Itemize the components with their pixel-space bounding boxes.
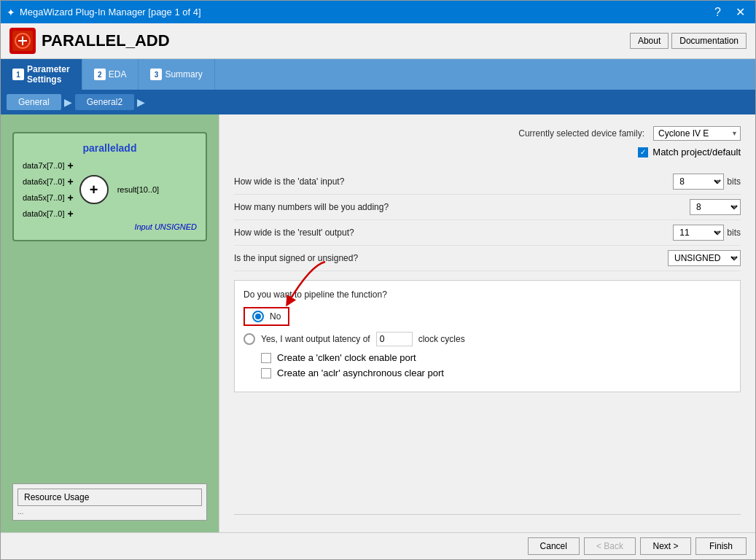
port-data6-plus: + (68, 176, 74, 187)
sub-tab-general2-label: General2 (87, 97, 122, 107)
data-width-select[interactable]: 8 (673, 174, 724, 190)
port-data7: data7x[7..0] + (23, 160, 74, 171)
port-data7-label: data7x[7..0] (23, 161, 65, 170)
resource-dots: ... (17, 508, 202, 516)
clken-checkbox[interactable] (261, 353, 271, 363)
device-family-select-wrapper: Cyclone IV E (653, 126, 741, 141)
q1-select-wrapper: 8 (673, 174, 724, 190)
port-data6: data6x[7..0] + (23, 176, 74, 187)
window-title: MegaWizard Plug-In Manager [page 1 of 4] (20, 7, 201, 18)
app-icon: ✦ (7, 7, 15, 18)
num-adding-select[interactable]: 8 (690, 199, 741, 215)
port-data5-label: data5x[7..0] (23, 193, 65, 202)
pipeline-question-label: Do you want to pipeline the function? (243, 289, 731, 300)
q2-answer-wrapper: 8 (690, 199, 741, 215)
back-button[interactable]: < Back (584, 537, 636, 555)
question-data-width: How wide is the 'data' input? 8 bits (234, 169, 741, 195)
sub-tab-general[interactable]: General (7, 94, 61, 110)
separator (234, 514, 741, 515)
match-project-label: Match project/default (652, 147, 741, 158)
sub-tab-general2[interactable]: General2 (75, 94, 134, 110)
sub-tab-general-label: General (18, 97, 50, 107)
help-button[interactable]: ? (710, 4, 725, 20)
sub-tab-arrow-2: ▶ (137, 96, 145, 108)
sub-tab-arrow-1: ▶ (64, 96, 72, 108)
title-bar-controls: ? ✕ (710, 4, 749, 20)
latency-input[interactable] (376, 332, 413, 346)
clken-label: Create a 'clken' clock enable port (277, 352, 416, 363)
port-data0-plus: + (68, 208, 74, 219)
device-family-row: Currently selected device family: Cyclon… (234, 126, 741, 141)
match-project-checkbox[interactable]: ✓ (638, 147, 648, 158)
port-data7-plus: + (68, 160, 74, 171)
q4-answer-wrapper: UNSIGNED SIGNED (668, 250, 741, 266)
sub-tabs-bar: General ▶ General2 ▶ (1, 90, 755, 114)
component-diagram: paralleladd data7x[7..0] + data6x[7..0] … (12, 132, 207, 241)
finish-button[interactable]: Finish (695, 537, 747, 555)
next-button[interactable]: Next > (640, 537, 691, 555)
match-project-row: ✓ Match project/default (234, 147, 741, 158)
documentation-button[interactable]: Documentation (671, 33, 747, 49)
tab-3-number: 3 (150, 69, 162, 80)
port-data0-label: data0x[7..0] (23, 209, 65, 218)
question-data-width-label: How wide is the 'data' input? (234, 176, 344, 187)
port-data5-plus: + (68, 192, 74, 203)
clken-row: Create a 'clken' clock enable port (261, 352, 731, 363)
result-width-select[interactable]: 11 (673, 225, 724, 241)
app-title-text: PARALLEL_ADD (42, 31, 170, 50)
app-logo (9, 28, 36, 54)
pipeline-no-radio[interactable] (252, 311, 264, 322)
tab-2-number: 2 (94, 69, 106, 80)
close-button[interactable]: ✕ (731, 4, 749, 20)
pipeline-no-radio-inner (255, 314, 261, 319)
pipeline-no-highlight: No (243, 307, 289, 326)
about-button[interactable]: About (630, 33, 669, 49)
pipeline-no-row: No (243, 307, 731, 326)
title-bar: ✦ MegaWizard Plug-In Manager [page 1 of … (1, 1, 755, 23)
tab-eda[interactable]: 2 EDA (82, 59, 139, 90)
pipeline-yes-label: Yes, I want output latency of (261, 334, 370, 344)
tab-summary[interactable]: 3 Summary (139, 59, 214, 90)
bottom-bar: Cancel < Back Next > Finish (1, 532, 755, 559)
tab-1-number: 1 (12, 69, 24, 80)
aclr-row: Create an 'aclr' asynchronous clear port (261, 368, 731, 378)
tab-2-label: EDA (109, 69, 127, 79)
input-unsigned-label: Input UNSIGNED (23, 222, 197, 231)
port-data0: data0x[7..0] + (23, 208, 74, 219)
component-title: paralleladd (23, 142, 197, 154)
resource-usage-button[interactable]: Resource Usage (17, 489, 202, 506)
tab-parameter-settings[interactable]: 1 ParameterSettings (1, 59, 82, 90)
pipeline-container: Do you want to pipeline the function? No (234, 280, 741, 392)
question-signed-label: Is the input signed or unsigned? (234, 253, 358, 263)
port-data5: data5x[7..0] + (23, 192, 74, 203)
header-bar: PARALLEL_ADD About Documentation (1, 23, 755, 59)
port-result: result[10..0] (117, 185, 159, 194)
questions-section: How wide is the 'data' input? 8 bits How… (234, 169, 741, 392)
tab-3-label: Summary (165, 69, 202, 79)
right-panel: Currently selected device family: Cyclon… (219, 114, 755, 532)
adder-circle: + (79, 175, 109, 204)
left-panel: paralleladd data7x[7..0] + data6x[7..0] … (1, 114, 219, 532)
q1-answer-wrapper: 8 bits (673, 174, 741, 190)
signed-select[interactable]: UNSIGNED SIGNED (668, 250, 741, 266)
q4-select-wrapper: UNSIGNED SIGNED (668, 250, 741, 266)
question-result-width-label: How wide is the 'result' output? (234, 228, 354, 238)
question-num-adding-label: How many numbers will be you adding? (234, 202, 389, 212)
tabs-bar: 1 ParameterSettings 2 EDA 3 Summary (1, 59, 755, 90)
question-signed-unsigned: Is the input signed or unsigned? UNSIGNE… (234, 246, 741, 271)
question-num-adding: How many numbers will be you adding? 8 (234, 195, 741, 220)
pipeline-section: Do you want to pipeline the function? No (234, 280, 741, 392)
title-bar-left: ✦ MegaWizard Plug-In Manager [page 1 of … (7, 7, 201, 18)
aclr-checkbox[interactable] (261, 368, 271, 378)
resource-usage-area: Resource Usage ... (12, 483, 207, 521)
pipeline-no-label: No (270, 311, 281, 322)
q2-select-wrapper: 8 (690, 199, 741, 215)
app-title-area: PARALLEL_ADD (9, 28, 170, 54)
ports-left: data7x[7..0] + data6x[7..0] + data5x[7..… (23, 160, 74, 219)
pipeline-yes-radio[interactable] (243, 333, 255, 345)
cancel-button[interactable]: Cancel (528, 537, 580, 555)
aclr-label: Create an 'aclr' asynchronous clear port (277, 368, 444, 378)
device-family-select[interactable]: Cyclone IV E (653, 126, 741, 141)
clock-cycles-label: clock cycles (418, 334, 465, 344)
tab-1-label: ParameterSettings (27, 64, 70, 85)
